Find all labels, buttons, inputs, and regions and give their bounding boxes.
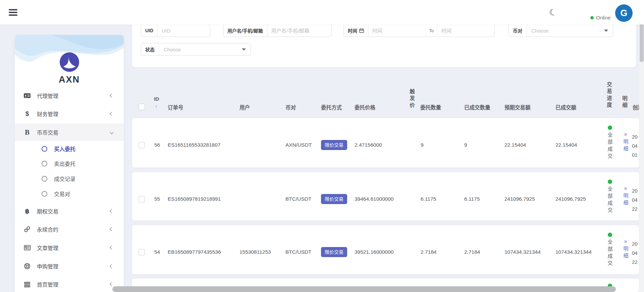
row-checkbox[interactable] bbox=[139, 249, 145, 255]
radio-circle-icon bbox=[42, 146, 47, 152]
cell-id: 55 bbox=[154, 193, 160, 205]
user-input[interactable] bbox=[267, 25, 331, 37]
uid-input[interactable] bbox=[158, 25, 210, 37]
row-checkbox[interactable] bbox=[139, 142, 145, 148]
cell-expected-value: 22.15404 bbox=[504, 139, 526, 151]
order-type-badge: 限价交易 bbox=[321, 140, 347, 150]
sidebar-subitem-label: 卖出委托 bbox=[54, 159, 75, 167]
col-header-filled-amount: 已成交数量 bbox=[464, 103, 490, 111]
sidebar-item-agent[interactable]: 代理管理 bbox=[15, 88, 124, 103]
sidebar-item-perpetual[interactable]: 永续合约 bbox=[15, 222, 124, 237]
cell-filled-value: 107434.321344 bbox=[555, 246, 592, 258]
horizontal-scrollbar[interactable] bbox=[112, 286, 616, 292]
cell-created: 20 04 22 bbox=[632, 239, 639, 266]
hamburger-menu-icon[interactable] bbox=[9, 9, 17, 16]
select-all-checkbox[interactable] bbox=[139, 104, 145, 110]
caret-down-icon bbox=[242, 48, 246, 51]
col-header-id[interactable]: ID bbox=[154, 96, 159, 102]
coin-b-icon: B bbox=[23, 128, 32, 137]
sidebar-subitem-label: 买入委托 bbox=[54, 145, 75, 153]
id-card-icon bbox=[23, 93, 32, 99]
sidebar-subitem-sell-orders[interactable]: 卖出委托 bbox=[15, 157, 124, 170]
status-dot-icon bbox=[608, 126, 612, 130]
col-header-pair: 币对 bbox=[285, 103, 296, 111]
pair-select[interactable]: Choose bbox=[527, 25, 604, 37]
dark-mode-moon-icon[interactable]: ☾ bbox=[548, 7, 558, 19]
sidebar-subitem-trade-records[interactable]: 成交记录 bbox=[15, 172, 124, 185]
pair-filter-group: 币对 Choose bbox=[508, 24, 613, 37]
brand-name: AXN bbox=[15, 75, 124, 85]
online-status: Online bbox=[590, 15, 610, 20]
cell-pair: AXN/USDT bbox=[285, 139, 312, 151]
radio-circle-icon bbox=[42, 161, 47, 166]
cell-price: 39464.61000000 bbox=[355, 193, 393, 205]
chevron-down-icon bbox=[110, 130, 113, 134]
brand-logo-icon bbox=[60, 52, 79, 72]
bitcoin-icon: ฿ bbox=[23, 207, 32, 215]
status-filter-label: 状态 bbox=[141, 43, 159, 55]
col-header-detail: 明细 bbox=[621, 96, 628, 109]
sidebar-item-subscription[interactable]: 申购管理 bbox=[15, 259, 124, 274]
cell-order-no: ES1651165533281807 bbox=[168, 139, 220, 151]
sidebar-subitem-buy-orders[interactable]: 买入委托 bbox=[15, 142, 124, 155]
cell-expected-value: 107434.321344 bbox=[504, 246, 541, 258]
online-dot-icon bbox=[590, 16, 594, 19]
pair-filter-label: 币对 bbox=[509, 25, 527, 37]
time-start-input[interactable] bbox=[368, 25, 425, 37]
sidebar-item-label: 申购管理 bbox=[37, 262, 58, 270]
progress-status: 全部成交 bbox=[606, 233, 614, 267]
progress-status: 全部成交 bbox=[606, 126, 614, 160]
double-chevron-icon: » bbox=[624, 186, 627, 191]
calendar-icon bbox=[359, 28, 364, 33]
user-filter-label: 用户名/手机/邮箱 bbox=[223, 25, 267, 37]
sort-ascending-icon[interactable]: ↑ bbox=[155, 104, 158, 109]
sidebar-item-spot-trade[interactable]: B 币币交易 bbox=[15, 124, 124, 141]
link-icon bbox=[23, 226, 32, 233]
col-header-type: 委托方式 bbox=[321, 103, 342, 111]
table-row: 55 ES1650897819218991 BTC/USDT 限价交易 3946… bbox=[132, 172, 639, 221]
cell-filled-value: 241096.7925 bbox=[555, 193, 586, 205]
cell-pair: BTC/USDT bbox=[285, 246, 312, 258]
detail-link[interactable]: » 明细 bbox=[622, 132, 629, 153]
progress-text: 全部成交 bbox=[606, 186, 613, 214]
order-type-badge: 限价交易 bbox=[321, 247, 347, 257]
newspaper-icon bbox=[23, 245, 32, 251]
cell-price: 39521.16000000 bbox=[355, 246, 393, 258]
cell-created: 20 04 01 bbox=[632, 132, 639, 159]
status-filter-group: 状态 Choose bbox=[141, 43, 251, 56]
sidebar-item-label: 代理管理 bbox=[37, 92, 58, 100]
time-filter-group: 时间 To bbox=[343, 24, 495, 37]
vertical-scrollbar-thumb[interactable] bbox=[640, 21, 644, 62]
detail-text: 明细 bbox=[622, 246, 629, 260]
sidebar-item-homepage[interactable]: 首页管理 bbox=[15, 277, 124, 292]
sidebar-item-options-trade[interactable]: ฿ 期权交易 bbox=[15, 204, 124, 218]
sidebar-item-finance[interactable]: $ 财务管理 bbox=[15, 106, 124, 121]
cell-filled-amount: 2.7184 bbox=[464, 246, 480, 258]
cell-filled-amount: 9 bbox=[464, 139, 467, 151]
col-header-progress: 交易进度 bbox=[605, 82, 612, 109]
detail-text: 明细 bbox=[622, 139, 629, 153]
time-end-input[interactable] bbox=[437, 25, 494, 37]
sidebar-subitem-label: 成交记录 bbox=[54, 175, 75, 183]
life-ring-icon bbox=[23, 263, 32, 270]
detail-link[interactable]: » 明细 bbox=[622, 239, 629, 260]
cell-created: 20 04 22 bbox=[632, 186, 639, 213]
radio-circle-icon bbox=[42, 191, 47, 197]
col-header-expected-value: 预期交易额 bbox=[504, 103, 531, 111]
cell-pair: BTC/USDT bbox=[285, 193, 312, 205]
sidebar-item-articles[interactable]: 文章管理 bbox=[15, 240, 124, 255]
cell-price: 2.47156000 bbox=[355, 139, 382, 151]
sidebar-subitem-trade-pairs[interactable]: 交易对 bbox=[15, 187, 124, 200]
status-select[interactable]: Choose bbox=[159, 43, 242, 55]
user-avatar[interactable]: G bbox=[615, 4, 633, 22]
user-filter-group: 用户名/手机/邮箱 bbox=[223, 24, 332, 37]
detail-link[interactable]: » 明细 bbox=[622, 186, 629, 207]
cell-filled-amount: 6.1175 bbox=[464, 193, 480, 205]
table-row: 54 EB1650897797435536 15530811253 BTC/US… bbox=[132, 225, 639, 274]
sidebar-item-label: 币币交易 bbox=[37, 128, 58, 136]
sidebar-item-label: 财务管理 bbox=[37, 110, 58, 118]
row-checkbox[interactable] bbox=[139, 196, 145, 202]
caret-down-icon bbox=[604, 30, 608, 32]
status-dot-icon bbox=[608, 233, 612, 237]
time-filter-label: 时间 bbox=[344, 25, 368, 37]
